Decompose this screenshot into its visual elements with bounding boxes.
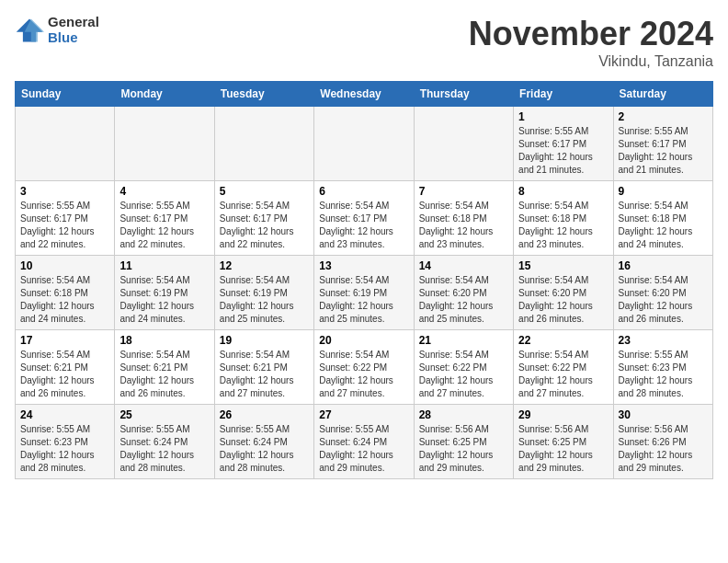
calendar-cell: 1Sunrise: 5:55 AMSunset: 6:17 PMDaylight… (514, 107, 613, 181)
calendar-week-5: 24Sunrise: 5:55 AMSunset: 6:23 PMDayligh… (16, 405, 713, 479)
day-header-saturday: Saturday (613, 82, 712, 107)
calendar-cell: 21Sunrise: 5:54 AMSunset: 6:22 PMDayligh… (414, 330, 513, 405)
day-number: 14 (419, 259, 508, 272)
day-number: 4 (119, 185, 209, 198)
calendar-cell: 20Sunrise: 5:54 AMSunset: 6:22 PMDayligh… (314, 330, 414, 405)
calendar-week-3: 10Sunrise: 5:54 AMSunset: 6:18 PMDayligh… (16, 256, 713, 330)
calendar-cell: 19Sunrise: 5:54 AMSunset: 6:21 PMDayligh… (214, 330, 313, 405)
calendar-cell: 24Sunrise: 5:55 AMSunset: 6:23 PMDayligh… (16, 405, 115, 479)
calendar-cell: 13Sunrise: 5:54 AMSunset: 6:19 PMDayligh… (314, 256, 414, 330)
day-info: Sunrise: 5:56 AMSunset: 6:26 PMDaylight:… (619, 423, 708, 475)
day-number: 11 (119, 259, 209, 272)
logo: General Blue (15, 15, 99, 45)
day-header-thursday: Thursday (414, 82, 513, 107)
day-header-wednesday: Wednesday (314, 82, 414, 107)
calendar-cell (16, 107, 115, 181)
calendar-cell: 22Sunrise: 5:54 AMSunset: 6:22 PMDayligh… (514, 330, 613, 405)
day-number: 22 (518, 334, 608, 347)
calendar-cell: 15Sunrise: 5:54 AMSunset: 6:20 PMDayligh… (514, 256, 613, 330)
calendar-cell: 6Sunrise: 5:54 AMSunset: 6:17 PMDaylight… (314, 181, 414, 256)
logo-blue: Blue (48, 30, 99, 46)
calendar-cell: 18Sunrise: 5:54 AMSunset: 6:21 PMDayligh… (115, 330, 214, 405)
calendar-cell: 30Sunrise: 5:56 AMSunset: 6:26 PMDayligh… (613, 405, 712, 479)
day-info: Sunrise: 5:55 AMSunset: 6:17 PMDaylight:… (119, 200, 209, 251)
day-number: 15 (518, 259, 608, 272)
day-info: Sunrise: 5:54 AMSunset: 6:18 PMDaylight:… (20, 274, 109, 326)
day-number: 13 (319, 259, 408, 272)
day-number: 9 (619, 185, 708, 198)
day-header-tuesday: Tuesday (214, 82, 313, 107)
day-number: 23 (619, 334, 708, 347)
calendar-cell: 17Sunrise: 5:54 AMSunset: 6:21 PMDayligh… (16, 330, 115, 405)
day-number: 21 (419, 334, 508, 347)
calendar-cell: 7Sunrise: 5:54 AMSunset: 6:18 PMDaylight… (414, 181, 513, 256)
day-info: Sunrise: 5:54 AMSunset: 6:19 PMDaylight:… (220, 274, 309, 326)
day-header-friday: Friday (514, 82, 613, 107)
day-info: Sunrise: 5:54 AMSunset: 6:19 PMDaylight:… (119, 274, 209, 326)
calendar-cell: 10Sunrise: 5:54 AMSunset: 6:18 PMDayligh… (16, 256, 115, 330)
day-number: 6 (319, 185, 408, 198)
calendar-cell: 28Sunrise: 5:56 AMSunset: 6:25 PMDayligh… (414, 405, 513, 479)
day-info: Sunrise: 5:54 AMSunset: 6:18 PMDaylight:… (419, 200, 508, 251)
day-number: 7 (419, 185, 508, 198)
calendar-cell: 25Sunrise: 5:55 AMSunset: 6:24 PMDayligh… (115, 405, 214, 479)
calendar-cell: 3Sunrise: 5:55 AMSunset: 6:17 PMDaylight… (16, 181, 115, 256)
day-number: 1 (518, 110, 608, 123)
day-number: 2 (619, 110, 708, 123)
calendar-week-4: 17Sunrise: 5:54 AMSunset: 6:21 PMDayligh… (16, 330, 713, 405)
calendar-cell: 26Sunrise: 5:55 AMSunset: 6:24 PMDayligh… (214, 405, 313, 479)
day-number: 24 (20, 408, 109, 421)
day-header-sunday: Sunday (16, 82, 115, 107)
day-number: 12 (220, 259, 309, 272)
day-info: Sunrise: 5:54 AMSunset: 6:17 PMDaylight:… (220, 200, 309, 251)
day-info: Sunrise: 5:54 AMSunset: 6:20 PMDaylight:… (419, 274, 508, 326)
day-number: 10 (20, 259, 109, 272)
day-number: 29 (518, 408, 608, 421)
day-number: 28 (419, 408, 508, 421)
day-info: Sunrise: 5:55 AMSunset: 6:23 PMDaylight:… (619, 349, 708, 400)
day-info: Sunrise: 5:54 AMSunset: 6:20 PMDaylight:… (518, 274, 608, 326)
day-number: 19 (220, 334, 309, 347)
logo-text: General Blue (48, 15, 99, 45)
calendar-cell (214, 107, 313, 181)
day-info: Sunrise: 5:54 AMSunset: 6:18 PMDaylight:… (619, 200, 708, 251)
calendar-cell: 12Sunrise: 5:54 AMSunset: 6:19 PMDayligh… (214, 256, 313, 330)
day-info: Sunrise: 5:54 AMSunset: 6:22 PMDaylight:… (419, 349, 508, 400)
day-info: Sunrise: 5:55 AMSunset: 6:17 PMDaylight:… (518, 125, 608, 177)
day-info: Sunrise: 5:55 AMSunset: 6:24 PMDaylight:… (319, 423, 408, 475)
calendar-week-2: 3Sunrise: 5:55 AMSunset: 6:17 PMDaylight… (16, 181, 713, 256)
calendar-week-1: 1Sunrise: 5:55 AMSunset: 6:17 PMDaylight… (16, 107, 713, 181)
day-info: Sunrise: 5:55 AMSunset: 6:17 PMDaylight:… (619, 125, 708, 177)
day-info: Sunrise: 5:54 AMSunset: 6:18 PMDaylight:… (518, 200, 608, 251)
day-info: Sunrise: 5:55 AMSunset: 6:17 PMDaylight:… (20, 200, 109, 251)
day-number: 25 (119, 408, 209, 421)
day-info: Sunrise: 5:55 AMSunset: 6:24 PMDaylight:… (220, 423, 309, 475)
day-info: Sunrise: 5:56 AMSunset: 6:25 PMDaylight:… (518, 423, 608, 475)
day-number: 8 (518, 185, 608, 198)
day-info: Sunrise: 5:54 AMSunset: 6:17 PMDaylight:… (319, 200, 408, 251)
day-number: 5 (220, 185, 309, 198)
calendar-cell: 16Sunrise: 5:54 AMSunset: 6:20 PMDayligh… (613, 256, 712, 330)
calendar-cell (314, 107, 414, 181)
day-info: Sunrise: 5:54 AMSunset: 6:22 PMDaylight:… (319, 349, 408, 400)
day-info: Sunrise: 5:54 AMSunset: 6:21 PMDaylight:… (119, 349, 209, 400)
day-number: 3 (20, 185, 109, 198)
calendar-cell: 5Sunrise: 5:54 AMSunset: 6:17 PMDaylight… (214, 181, 313, 256)
day-info: Sunrise: 5:55 AMSunset: 6:24 PMDaylight:… (119, 423, 209, 475)
calendar-cell: 9Sunrise: 5:54 AMSunset: 6:18 PMDaylight… (613, 181, 712, 256)
day-number: 17 (20, 334, 109, 347)
calendar-table: SundayMondayTuesdayWednesdayThursdayFrid… (15, 81, 713, 479)
day-number: 26 (220, 408, 309, 421)
calendar-cell (115, 107, 214, 181)
day-info: Sunrise: 5:54 AMSunset: 6:21 PMDaylight:… (20, 349, 109, 400)
day-number: 27 (319, 408, 408, 421)
calendar-header: SundayMondayTuesdayWednesdayThursdayFrid… (16, 82, 713, 107)
calendar-cell: 29Sunrise: 5:56 AMSunset: 6:25 PMDayligh… (514, 405, 613, 479)
logo-general: General (48, 15, 99, 30)
day-number: 30 (619, 408, 708, 421)
location-subtitle: Vikindu, Tanzania (469, 53, 713, 70)
calendar-cell: 4Sunrise: 5:55 AMSunset: 6:17 PMDaylight… (115, 181, 214, 256)
title-block: November 2024 Vikindu, Tanzania (469, 15, 713, 70)
day-info: Sunrise: 5:55 AMSunset: 6:23 PMDaylight:… (20, 423, 109, 475)
day-info: Sunrise: 5:54 AMSunset: 6:20 PMDaylight:… (619, 274, 708, 326)
